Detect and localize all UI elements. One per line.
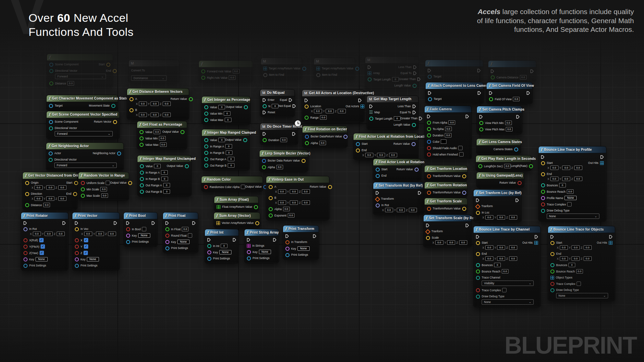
transform-ref-pin[interactable] [475, 204, 481, 209]
vector-pin[interactable] [541, 161, 545, 165]
int-pin[interactable] [412, 123, 416, 127]
do-once-timer-reset[interactable]: MDo Once Timer ResetDuration0.0 [260, 123, 298, 145]
vector-pin[interactable] [255, 221, 259, 225]
exec-pin[interactable] [305, 99, 308, 102]
int-pin[interactable] [204, 164, 208, 168]
set-camera-field-of-view[interactable]: ƒSet Camera Field Of ViewField Of View0.… [486, 82, 533, 104]
array-object-pin[interactable] [368, 71, 371, 75]
value-field[interactable]: 0.0 [43, 203, 50, 207]
vector-pin[interactable] [305, 105, 309, 109]
int-pin[interactable] [204, 105, 208, 109]
exec-pin[interactable] [292, 104, 296, 108]
name-field[interactable]: None [87, 257, 99, 261]
array-vector-pin[interactable] [216, 221, 220, 225]
random-color[interactable]: ƒRandom ColorRandomize Color AlphaOutput… [201, 176, 263, 192]
exec-pin[interactable] [426, 224, 429, 227]
dropdown[interactable]: Forward⌄ [55, 74, 106, 79]
vector-pin[interactable] [356, 148, 360, 153]
value-field[interactable]: 0.0 [67, 81, 74, 85]
random-vector-in-range[interactable]: ƒRandom Vector in RangeUniform ScaleOutp… [78, 172, 129, 200]
vector-field[interactable]: 0.0 [151, 102, 159, 106]
vector-pin[interactable] [106, 63, 110, 67]
name-field[interactable]: None [138, 233, 150, 238]
color-swatch[interactable] [441, 139, 446, 144]
vector-field[interactable]: 0.0 [459, 240, 467, 245]
object-pin[interactable] [376, 168, 380, 172]
vector-field[interactable]: 0.0 [278, 189, 286, 194]
float-pin[interactable] [49, 81, 53, 85]
vector-field[interactable]: 0.0 [139, 102, 147, 106]
bool-pin[interactable] [81, 181, 85, 185]
vector-field[interactable]: 0.0 [377, 153, 385, 157]
name-pin[interactable] [285, 247, 289, 251]
vector-field[interactable]: 0.0 [509, 256, 517, 261]
name-field[interactable]: None [259, 250, 271, 254]
int-pin[interactable] [244, 105, 248, 109]
exec-pin[interactable] [358, 99, 362, 102]
vector-pin[interactable] [75, 227, 79, 231]
checkbox[interactable] [458, 146, 463, 150]
checkbox[interactable] [241, 185, 245, 189]
array-object-pin[interactable] [534, 241, 538, 245]
exec-pin[interactable] [516, 115, 520, 119]
value-field[interactable]: 0 [225, 144, 232, 148]
int-pin[interactable] [368, 77, 372, 81]
map-pin[interactable] [369, 111, 373, 114]
object-pin[interactable] [75, 264, 79, 268]
object-pin[interactable] [428, 75, 432, 79]
checkbox[interactable] [502, 288, 506, 292]
checkbox[interactable] [142, 227, 146, 231]
exec-pin[interactable] [289, 98, 292, 102]
exec-pin[interactable] [263, 111, 266, 114]
object-pin[interactable] [207, 257, 211, 261]
array-object-pin[interactable] [609, 241, 612, 245]
float-pin[interactable] [140, 130, 144, 134]
bool-pin[interactable] [165, 234, 169, 238]
integer-map-ranged-unclamped[interactable]: ƒInteger Map Ranged UnclampedValue0Outpu… [137, 155, 192, 196]
exec-pin[interactable] [413, 111, 416, 114]
int-pin[interactable] [243, 138, 247, 142]
exec-pin[interactable] [476, 235, 479, 239]
vector-field[interactable]: 0.0 [338, 109, 346, 113]
float-pin[interactable] [201, 76, 205, 80]
exec-pin[interactable] [541, 155, 544, 159]
name-field[interactable]: None [219, 250, 231, 254]
set-transform-scale-by-ref[interactable]: ƒSet Transform Scale (by Ref)TranformSca… [423, 215, 472, 247]
object-pin[interactable] [285, 253, 289, 257]
vector-pin[interactable] [129, 97, 133, 101]
exec-pin[interactable] [530, 69, 534, 73]
get-neighboring-actor[interactable]: ƒGet Neighboring ActorActorNeighboring A… [46, 142, 124, 171]
vector-pin[interactable] [128, 181, 132, 185]
vector-field[interactable]: 0.0 [35, 196, 43, 201]
bool-pin[interactable] [476, 288, 480, 292]
get-distance-between-vectors[interactable]: ƒGet Distance Between VectorsAX0.0Y0.0Z0… [127, 88, 189, 120]
vector-pin[interactable] [269, 196, 273, 200]
vector-field[interactable]: 0.0 [584, 245, 592, 250]
value-field[interactable]: 0 [559, 183, 566, 187]
struct-pin[interactable] [305, 135, 309, 139]
value-field[interactable]: 0.0 [445, 133, 451, 137]
array-object-pin[interactable] [550, 276, 554, 280]
enum-pin[interactable] [49, 158, 53, 162]
array-object-pin[interactable] [316, 67, 320, 70]
value-field[interactable]: 0 [569, 263, 575, 267]
vector-field[interactable]: 0.0 [96, 232, 104, 236]
value-field[interactable]: 0.0 [505, 121, 512, 125]
bool-pin[interactable] [550, 282, 554, 286]
vector-field[interactable]: 0.0 [45, 232, 53, 236]
faded-find-array-2[interactable]: MTarget ArrayReturn ValueItem to Find [314, 58, 355, 80]
int-pin[interactable] [369, 117, 373, 121]
int-pin[interactable] [204, 157, 208, 161]
lerp-simple-bezier-vector[interactable]: ƒLerp Simple Bezier (Vector)Bezier DataR… [259, 150, 308, 172]
vector-pin[interactable] [25, 192, 29, 196]
faded-target-node[interactable]: ƒTarget [425, 60, 483, 81]
vector-field[interactable]: 0.0 [562, 166, 570, 170]
exec-pin[interactable] [369, 105, 373, 108]
value-field[interactable]: 0.0 [576, 269, 583, 274]
exec-pin[interactable] [419, 117, 422, 120]
exec-pin[interactable] [273, 238, 276, 242]
get-vector-distanced-from-origin[interactable]: ƒGet Vector Distanced from OriginOriginX… [22, 172, 77, 210]
checkbox[interactable]: ✓ [84, 238, 88, 242]
exec-pin[interactable] [527, 91, 530, 95]
exec-pin[interactable] [477, 69, 481, 72]
